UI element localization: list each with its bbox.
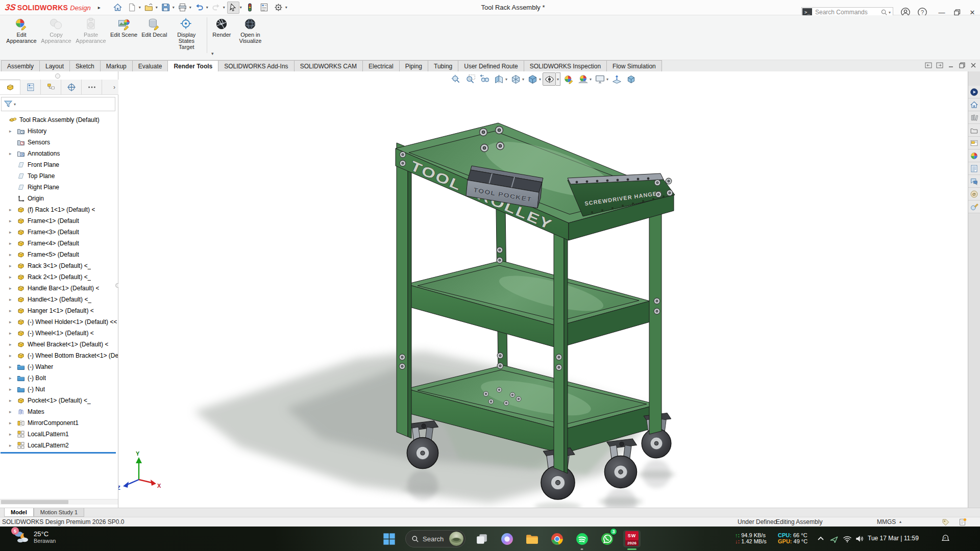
doc-close-icon[interactable]	[970, 62, 977, 69]
tab-motion-study[interactable]: Motion Study 1	[34, 508, 84, 517]
tree-item[interactable]: ▸AAnnotations	[0, 148, 118, 159]
file-explorer-pane-button[interactable]	[968, 124, 980, 137]
new-doc-button[interactable]	[126, 2, 138, 14]
tree-item[interactable]: ▸Mates	[0, 406, 118, 417]
scrollbar-thumb[interactable]	[1, 500, 68, 504]
expand-arrow-icon[interactable]: ▸	[9, 151, 17, 156]
undo-button[interactable]	[193, 2, 206, 14]
tree-item[interactable]: ▸MirrorComponent1	[0, 417, 118, 429]
tree-item[interactable]: Front Plane	[0, 159, 118, 170]
tree-item[interactable]: ▸(-) Nut	[0, 384, 118, 395]
expand-arrow-icon[interactable]: ▸	[9, 274, 17, 280]
expand-arrow-icon[interactable]: ▸	[9, 353, 17, 358]
speaker-icon[interactable]	[854, 534, 865, 544]
expand-arrow-icon[interactable]: ▸	[9, 308, 17, 313]
tab-solidworks-add-ins[interactable]: SOLIDWORKS Add-Ins	[218, 60, 294, 71]
rollback-bar[interactable]	[1, 452, 116, 454]
rear-caster[interactable]	[605, 439, 637, 488]
units-selector[interactable]: MMGS	[877, 518, 896, 525]
redo-button[interactable]	[210, 2, 223, 14]
select-cursor-button[interactable]	[227, 2, 239, 14]
view-settings-button[interactable]	[593, 72, 606, 86]
left-post[interactable]	[397, 143, 411, 438]
panel-collapse-handle[interactable]	[55, 73, 60, 79]
tab-markup[interactable]: Markup	[100, 60, 133, 71]
tab-solidworks-cam[interactable]: SOLIDWORKS CAM	[294, 60, 363, 71]
middle-tray[interactable]	[406, 261, 650, 348]
units-caret[interactable]: ▴	[899, 519, 901, 524]
tree-item[interactable]: ▸(-) Wheel<1> (Default) <	[0, 328, 118, 339]
sw-resources-button[interactable]	[968, 86, 980, 98]
expand-arrow-icon[interactable]: ▸	[9, 241, 17, 246]
dropdown-caret[interactable]: ▾	[189, 5, 191, 10]
tree-item[interactable]: ▸LocalLPattern1	[0, 429, 118, 440]
expand-arrow-icon[interactable]: ▸	[9, 286, 17, 291]
clock[interactable]: Tue 17 Mar | 11:59	[868, 535, 919, 542]
expand-arrow-icon[interactable]: ▸	[9, 342, 17, 347]
dock-left-icon[interactable]	[925, 62, 932, 69]
expand-arrow-icon[interactable]: ▸	[9, 218, 17, 223]
dropdown-caret[interactable]: ▾	[240, 5, 242, 10]
ribbon-collapse-caret[interactable]: ▾	[211, 51, 214, 56]
dropdown-caret[interactable]: ▾	[590, 77, 592, 82]
tree-item[interactable]: ▸(f) Rack 1<1> (Default) <	[0, 204, 118, 215]
dropdown-caret[interactable]: ▾	[556, 72, 560, 86]
hide-show-items-button[interactable]	[543, 72, 556, 86]
filter-caret[interactable]: ▾	[14, 102, 16, 107]
zoom-to-fit-button[interactable]	[449, 72, 462, 86]
dropdown-caret[interactable]: ▾	[156, 5, 158, 10]
tree-item[interactable]: ▸Frame<5> (Default	[0, 249, 118, 260]
panel-more-tabs[interactable]	[82, 80, 102, 94]
home-pane-button[interactable]	[968, 98, 980, 111]
tab-evaluate[interactable]: Evaluate	[132, 60, 168, 71]
print-button[interactable]	[177, 2, 189, 14]
model-scene[interactable]: TOOL TROLLEY TOOL POCKET	[118, 71, 968, 508]
toolbar-flyout-icon[interactable]: ▸	[98, 5, 101, 10]
view-orientation-button[interactable]	[509, 72, 522, 86]
plane-arrow-button[interactable]	[610, 72, 623, 86]
expand-arrow-icon[interactable]: ▸	[9, 129, 17, 134]
tree-item[interactable]: ▸Handle<1> (Default) <_	[0, 294, 118, 305]
forum-button[interactable]	[968, 175, 980, 188]
tree-item[interactable]: ▸Rack 2<1> (Default) <_	[0, 271, 118, 283]
search-dropdown-caret[interactable]: ▾	[889, 10, 891, 15]
tree-item[interactable]: Top Plane	[0, 170, 118, 182]
tree-item[interactable]: ▸Rack 3<1> (Default) <_	[0, 260, 118, 271]
home-button[interactable]	[112, 2, 124, 14]
design-library-button[interactable]	[968, 111, 980, 124]
dropdown-caret[interactable]: ▾	[223, 5, 225, 10]
doc-minimize-icon[interactable]	[947, 62, 954, 69]
panel-feature-tree-tab[interactable]	[0, 80, 20, 94]
expand-arrow-icon[interactable]: ▸	[9, 364, 17, 369]
tab-flow-simulation[interactable]: Flow Simulation	[606, 60, 662, 71]
wifi-icon[interactable]	[842, 534, 852, 544]
tab-piping[interactable]: Piping	[399, 60, 428, 71]
front-post[interactable]	[554, 219, 568, 473]
tree-item[interactable]: ▸Frame<4> (Default	[0, 238, 118, 249]
search-icon[interactable]	[880, 9, 888, 16]
subscriptions-button[interactable]: @	[968, 188, 980, 201]
edit-appearance-button[interactable]: Edit Appearance	[4, 15, 39, 44]
panel-horizontal-scrollbar[interactable]	[0, 499, 118, 505]
open-doc-button[interactable]	[143, 2, 155, 14]
tag-icon[interactable]	[942, 518, 950, 526]
tree-item[interactable]: ▸(-) Waher	[0, 361, 118, 372]
filter-funnel-icon[interactable]	[4, 99, 13, 109]
properties-list-button[interactable]	[258, 2, 271, 14]
tree-filter[interactable]: ▾	[1, 97, 115, 111]
expand-arrow-icon[interactable]: ▸	[9, 230, 17, 235]
doc-restore-icon[interactable]	[959, 62, 966, 69]
tab-render-tools[interactable]: Render Tools	[167, 60, 218, 71]
expand-arrow-icon[interactable]: ▸	[9, 443, 17, 448]
traffic-light-button[interactable]	[244, 2, 256, 14]
expand-arrow-icon[interactable]: ▸	[9, 331, 17, 336]
view-palette-button[interactable]	[968, 137, 980, 149]
display-states-target-button[interactable]: Display States Target	[169, 15, 204, 50]
panel-display-manager-tab[interactable]	[61, 80, 82, 94]
expand-arrow-icon[interactable]: ▸	[9, 409, 17, 414]
toolbox-button[interactable]	[968, 201, 980, 213]
tree-item[interactable]: ▸Frame<1> (Default	[0, 215, 118, 227]
section-view-button[interactable]	[492, 72, 505, 86]
tree-item[interactable]: Origin	[0, 193, 118, 204]
notes-icon[interactable]	[959, 518, 967, 526]
